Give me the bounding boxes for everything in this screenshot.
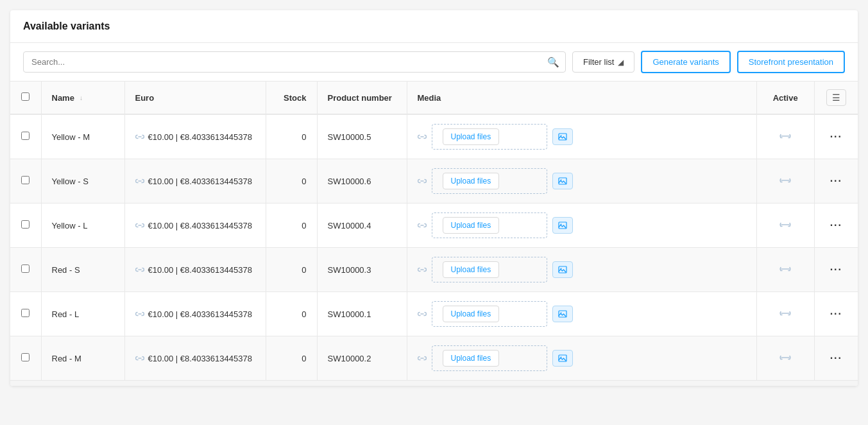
row-stock-cell: 0 bbox=[266, 248, 317, 292]
row-media-cell: Upload files bbox=[407, 159, 756, 204]
card-header: Available variants bbox=[10, 10, 858, 43]
row-actions-cell: ··· bbox=[814, 204, 858, 248]
row-active-cell bbox=[756, 248, 814, 292]
upload-image-button[interactable] bbox=[552, 261, 573, 278]
upload-image-button[interactable] bbox=[552, 173, 573, 189]
row-media-cell: Upload files bbox=[407, 114, 756, 159]
upload-image-button[interactable] bbox=[552, 128, 573, 145]
price-link-icon bbox=[135, 134, 144, 140]
row-media-cell: Upload files bbox=[407, 204, 756, 248]
row-stock-cell: 0 bbox=[266, 292, 317, 336]
row-more-button[interactable]: ··· bbox=[825, 128, 847, 145]
storefront-presentation-label: Storefront presentation bbox=[749, 57, 833, 67]
upload-files-button[interactable]: Upload files bbox=[443, 350, 500, 367]
row-product-number: SW10000.4 bbox=[328, 221, 371, 230]
row-stock: 0 bbox=[302, 265, 306, 275]
row-product-number-cell: SW10000.6 bbox=[317, 159, 407, 204]
row-euro-cell: €10.00 | €8.4033613445378 bbox=[124, 159, 266, 204]
upload-image-button[interactable] bbox=[552, 350, 573, 367]
row-name-cell: Red - M bbox=[41, 336, 124, 381]
upload-dropzone: Upload files bbox=[432, 124, 547, 150]
row-stock: 0 bbox=[302, 132, 306, 142]
media-upload-area: Upload files bbox=[418, 257, 746, 282]
th-actions: ☰ bbox=[814, 82, 858, 114]
row-active-cell bbox=[756, 159, 814, 204]
table-row: Yellow - S €10.00 | €8.4033613445378 0 S… bbox=[10, 159, 858, 204]
row-name: Yellow - L bbox=[52, 221, 88, 230]
media-link-icon bbox=[418, 355, 427, 361]
media-upload-area: Upload files bbox=[418, 124, 746, 150]
row-name-cell: Yellow - L bbox=[41, 204, 124, 248]
row-more-button[interactable]: ··· bbox=[825, 261, 847, 278]
sort-icon: ↓ bbox=[80, 94, 83, 101]
table-row: Yellow - L €10.00 | €8.4033613445378 0 S… bbox=[10, 204, 858, 248]
active-link-icon bbox=[779, 132, 792, 141]
row-checkbox[interactable] bbox=[21, 353, 30, 361]
storefront-presentation-button[interactable]: Storefront presentation bbox=[737, 51, 845, 73]
row-product-number: SW10000.5 bbox=[328, 132, 371, 142]
table-row: Red - L €10.00 | €8.4033613445378 0 SW10… bbox=[10, 292, 858, 336]
row-product-number-cell: SW10000.2 bbox=[317, 336, 407, 381]
row-name: Red - S bbox=[52, 265, 80, 275]
search-icon: 🔍 bbox=[547, 56, 559, 68]
active-link-icon bbox=[779, 265, 792, 273]
row-checkbox-cell bbox=[10, 204, 41, 248]
upload-files-button[interactable]: Upload files bbox=[443, 128, 500, 145]
media-upload-area: Upload files bbox=[418, 212, 746, 238]
upload-files-button[interactable]: Upload files bbox=[443, 261, 500, 278]
upload-image-button[interactable] bbox=[552, 217, 573, 234]
th-media-label: Media bbox=[418, 93, 441, 103]
row-actions-cell: ··· bbox=[814, 248, 858, 292]
name-sort[interactable]: Name ↓ bbox=[52, 93, 114, 103]
row-stock-cell: 0 bbox=[266, 114, 317, 159]
row-name: Red - M bbox=[52, 354, 81, 363]
row-price: €10.00 | €8.4033613445378 bbox=[148, 265, 252, 275]
row-product-number-cell: SW10000.3 bbox=[317, 248, 407, 292]
available-variants-card: Available variants 🔍 Filter list ◢ Gener… bbox=[10, 10, 858, 386]
table-row: Yellow - M €10.00 | €8.4033613445378 0 S… bbox=[10, 114, 858, 159]
upload-files-button[interactable]: Upload files bbox=[443, 217, 500, 234]
upload-files-button[interactable]: Upload files bbox=[443, 173, 500, 189]
row-euro-cell: €10.00 | €8.4033613445378 bbox=[124, 114, 266, 159]
row-stock: 0 bbox=[302, 177, 306, 186]
row-more-button[interactable]: ··· bbox=[825, 306, 847, 322]
table-header-row: Name ↓ Euro Stock Product number Medi bbox=[10, 82, 858, 114]
row-stock-cell: 0 bbox=[266, 336, 317, 381]
row-product-number-cell: SW10000.5 bbox=[317, 114, 407, 159]
column-settings-button[interactable]: ☰ bbox=[826, 89, 846, 106]
row-checkbox[interactable] bbox=[21, 176, 30, 184]
row-active-cell bbox=[756, 204, 814, 248]
upload-dropzone: Upload files bbox=[432, 257, 547, 282]
upload-files-button[interactable]: Upload files bbox=[443, 306, 500, 322]
row-price: €10.00 | €8.4033613445378 bbox=[148, 132, 252, 142]
media-link-icon bbox=[418, 178, 427, 184]
row-actions-cell: ··· bbox=[814, 292, 858, 336]
filter-icon: ◢ bbox=[618, 58, 624, 67]
generate-variants-button[interactable]: Generate variants bbox=[641, 51, 730, 73]
upload-image-button[interactable] bbox=[552, 306, 573, 322]
upload-dropzone: Upload files bbox=[432, 345, 547, 371]
filter-list-label: Filter list bbox=[583, 57, 614, 67]
select-all-checkbox[interactable] bbox=[21, 92, 30, 101]
th-name[interactable]: Name ↓ bbox=[41, 82, 124, 114]
table-row: Red - S €10.00 | €8.4033613445378 0 SW10… bbox=[10, 248, 858, 292]
row-product-number-cell: SW10000.4 bbox=[317, 204, 407, 248]
filter-list-button[interactable]: Filter list ◢ bbox=[572, 51, 634, 73]
row-euro-cell: €10.00 | €8.4033613445378 bbox=[124, 336, 266, 381]
row-more-button[interactable]: ··· bbox=[825, 217, 847, 234]
row-checkbox[interactable] bbox=[21, 132, 30, 140]
active-link-icon bbox=[779, 353, 792, 362]
row-euro-cell: €10.00 | €8.4033613445378 bbox=[124, 292, 266, 336]
row-price: €10.00 | €8.4033613445378 bbox=[148, 221, 252, 230]
table-container: Name ↓ Euro Stock Product number Medi bbox=[10, 82, 858, 381]
price-link-icon bbox=[135, 222, 144, 229]
media-link-icon bbox=[418, 222, 427, 229]
row-checkbox[interactable] bbox=[21, 309, 30, 317]
search-input[interactable] bbox=[23, 51, 566, 73]
row-checkbox[interactable] bbox=[21, 265, 30, 273]
row-euro-cell: €10.00 | €8.4033613445378 bbox=[124, 204, 266, 248]
row-stock-cell: 0 bbox=[266, 159, 317, 204]
row-checkbox[interactable] bbox=[21, 220, 30, 229]
row-more-button[interactable]: ··· bbox=[825, 173, 847, 189]
row-more-button[interactable]: ··· bbox=[825, 350, 847, 367]
